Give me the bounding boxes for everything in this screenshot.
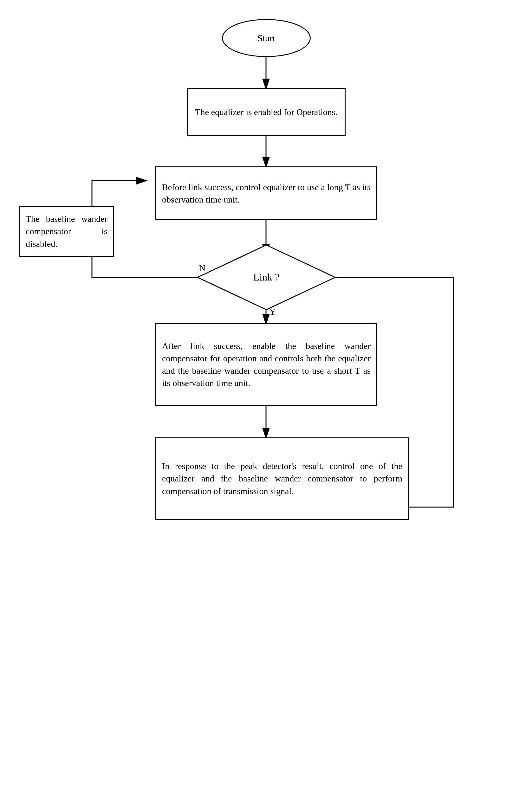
side-box-label: The baseline wander compensator is disab… [26,213,107,250]
n-label: N [199,263,206,273]
y-label: Y [270,307,276,317]
step2-label: Before link success, control equalizer t… [162,181,370,206]
step2-node: Before link success, control equalizer t… [155,166,377,220]
step4-node: In response to the peak detector's resul… [155,438,409,520]
start-node: Start [222,19,311,57]
step4-label: In response to the peak detector's resul… [162,460,402,497]
step1-label: The equalizer is enabled for Operations. [195,106,337,118]
start-label: Start [257,31,276,45]
side-box-node: The baseline wander compensator is disab… [19,206,114,257]
step1-node: The equalizer is enabled for Operations. [187,88,345,136]
step3-label: After link success, enable the baseline … [162,340,370,389]
diamond-svg: Link ? [196,244,336,311]
svg-text:Link ?: Link ? [253,271,280,283]
step3-node: After link success, enable the baseline … [155,323,377,406]
flowchart-container: Start The equalizer is enabled for Opera… [0,0,532,787]
